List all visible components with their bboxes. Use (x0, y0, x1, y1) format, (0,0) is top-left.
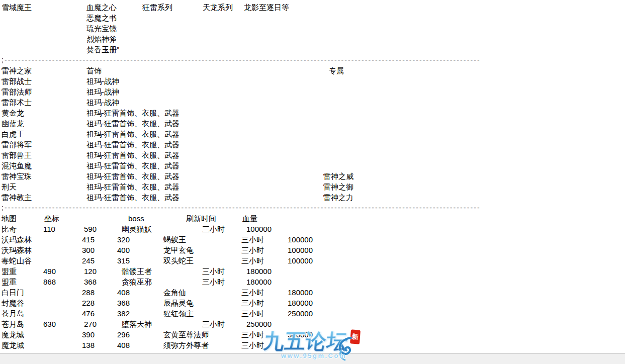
table-row: 白日门288408金角仙三小时180000 (0, 287, 625, 298)
header-map: 地图 (2, 213, 17, 224)
hp-value: 100000 (246, 224, 272, 234)
boss-name: 刑天 (2, 181, 17, 192)
table-row: 盟重868368贪狼巫邪三小时180000 (0, 277, 625, 287)
coord-x: 868 (43, 277, 56, 287)
drop-item: 祖玛-狂雷首饰、衣服、武器 (86, 181, 180, 192)
table-row: 封魔谷228368辰晶灵龟三小时180000 (0, 298, 625, 308)
boss-name: 双头蛇王 (163, 255, 194, 266)
table-row: 沃玛森林300400龙甲玄龟三小时100000 (0, 245, 625, 255)
hp-value: 250000 (288, 308, 313, 319)
boss-name: 黄金龙 (2, 108, 24, 118)
coord-y: 408 (117, 287, 130, 298)
boss-name: 白虎王 (2, 129, 24, 139)
exclusive-drop: 雷神之御 (323, 181, 353, 192)
text-line: 雷神之家首饰专属 (0, 65, 625, 76)
boss-name: 幽蓝龙 (2, 118, 24, 129)
coord-y: 382 (117, 308, 130, 319)
text-line: 雷部战士祖玛-战神 (0, 76, 625, 86)
coord-x: 630 (43, 319, 56, 329)
text-line: 黄金龙祖玛-狂雷首饰、衣服、武器 (0, 108, 625, 118)
hp-value: 180000 (288, 287, 313, 298)
column-label: 首饰 (86, 65, 102, 76)
respawn-time: 三小时 (241, 255, 264, 266)
text-line: 雪域魔王血魔之心狂雷系列天龙系列龙影至逐日等 (0, 2, 625, 13)
drop-item: 祖玛-狂雷首饰、衣服、武器 (86, 139, 180, 150)
coord-x: 476 (82, 308, 95, 319)
drop-item: 祖玛-战神 (86, 86, 119, 97)
separator-dashes: ;---------------------------------------… (2, 203, 481, 213)
document-text-area[interactable]: 雪域魔王血魔之心狂雷系列天龙系列龙影至逐日等恶魔之书琉光宝镜烈焰神斧焚香玉册";… (0, 0, 625, 353)
respawn-time: 三小时 (241, 298, 264, 308)
map-name: 毒蛇山谷 (2, 255, 32, 266)
drop-item: 祖玛-狂雷首饰、衣服、武器 (86, 171, 180, 181)
coord-y: 368 (84, 277, 97, 287)
coord-y: 590 (84, 224, 97, 234)
respawn-time: 三小时 (202, 266, 225, 277)
drop-item: 祖玛-狂雷首饰、衣服、武器 (86, 108, 180, 118)
coord-y: 400 (117, 245, 130, 255)
boss-name: 金角仙 (163, 287, 186, 298)
drop-item: 龙影至逐日等 (244, 2, 289, 13)
map-name: 盟重 (2, 277, 17, 287)
respawn-time: 三小时 (241, 245, 264, 255)
table-row: 沃玛森林415320蝎蚁王三小时100000 (0, 234, 625, 245)
header-hp: 血量 (242, 213, 257, 224)
text-line: 雷部兽王祖玛-狂雷首饰、衣服、武器 (0, 150, 625, 160)
notepad-window: 雪域魔王血魔之心狂雷系列天龙系列龙影至逐日等恶魔之书琉光宝镜烈焰神斧焚香玉册";… (0, 0, 625, 364)
table-row: 毒蛇山谷245315双头蛇王三小时100000 (0, 255, 625, 266)
text-line: 雷部将军祖玛-狂雷首饰、衣服、武器 (0, 139, 625, 150)
drop-item: 祖玛-狂雷首饰、衣服、武器 (86, 192, 180, 203)
hp-value: 180000 (288, 298, 313, 308)
map-name: 盟重 (2, 266, 17, 277)
boss-name: 混沌鱼魔 (2, 160, 32, 171)
text-line: 刑天祖玛-狂雷首饰、衣服、武器雷神之御 (0, 181, 625, 192)
boss-name: 雷部术士 (2, 97, 32, 108)
hp-value: 180000 (246, 266, 272, 277)
map-name: 白日门 (2, 287, 24, 298)
boss-name: 雷部法师 (2, 86, 32, 97)
hp-value: 180000 (246, 277, 272, 287)
text-line: 雷部术士祖玛-战神 (0, 97, 625, 108)
boss-name: 骷髅王者 (122, 266, 152, 277)
respawn-time: 三小时 (202, 277, 225, 287)
boss-name: 堕落天神 (122, 319, 152, 329)
map-name: 比奇 (2, 224, 17, 234)
coord-y: 408 (117, 340, 130, 350)
boss-name: 蝎蚁王 (163, 234, 186, 245)
hp-value: 100000 (288, 245, 313, 255)
boss-name: 贪狼巫邪 (122, 277, 152, 287)
header-coords: 坐标 (44, 213, 59, 224)
respawn-time: 三小时 (241, 308, 264, 319)
map-name: 苍月岛 (2, 308, 24, 319)
boss-name: 雷部战士 (2, 76, 32, 86)
boss-name: 辰晶灵龟 (163, 298, 194, 308)
coord-x: 300 (82, 245, 95, 255)
drop-item: 祖玛-狂雷首饰、衣服、武器 (86, 129, 180, 139)
separator-line: ;---------------------------------------… (0, 55, 625, 65)
boss-name: 须弥方外尊者 (163, 340, 209, 350)
text-line: 雷部法师祖玛-战神 (0, 86, 625, 97)
boss-name: 雷神宝珠 (2, 171, 32, 181)
boss-name: 雷部将军 (2, 139, 32, 150)
coord-y: 296 (117, 329, 130, 340)
map-name: 魔龙城 (2, 329, 24, 340)
header-boss: boss (128, 213, 144, 224)
map-name: 沃玛森林 (2, 234, 32, 245)
separator-line: ;---------------------------------------… (0, 203, 625, 213)
table-row: 苍月岛476382猩红领主三小时250000 (0, 308, 625, 319)
coord-x: 110 (43, 224, 55, 234)
forum-watermark: 九五论坛 新 www.95gm.Com (260, 321, 366, 364)
coord-x: 245 (82, 255, 95, 266)
drop-item: 祖玛-战神 (86, 97, 119, 108)
exclusive-drop: 雷神之力 (323, 192, 353, 203)
map-name: 封魔谷 (2, 298, 24, 308)
coord-y: 315 (117, 255, 130, 266)
coord-x: 138 (82, 340, 95, 350)
boss-name: 玄黄至尊法师 (163, 329, 209, 340)
coord-x: 490 (43, 266, 56, 277)
column-label: 专属 (329, 65, 344, 76)
coord-y: 368 (117, 298, 130, 308)
hp-value: 100000 (288, 234, 313, 245)
coord-x: 415 (82, 234, 95, 245)
separator-dashes: ;---------------------------------------… (2, 55, 481, 65)
